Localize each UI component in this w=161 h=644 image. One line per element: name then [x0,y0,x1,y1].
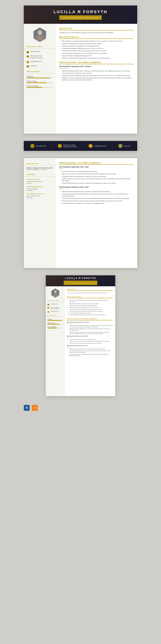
proficiency-title-1: PROFICIENCY [24,69,56,74]
contact-title-1: CONTACT INFO [24,44,56,49]
header-title-small: FILM PRODUCTION SUPERVISOR [67,283,94,284]
list-item: Fulfilled requests for music composers, … [62,178,134,182]
objective-title-1: OBJECTIVE [59,28,134,30]
edu-school: Salt lake City College, San Jose, CA [24,169,56,170]
resume-header-small: LUCILLA R FORSYTH FILM PRODUCTION SUPERV… [46,275,115,286]
strip-email-text: lucilla@jkimail.com [94,145,106,147]
objective-title-small: OBJECTIVE [67,288,113,291]
contact-title-small: CONTACT INFO [46,299,65,302]
resume-body-1: CONTACT INFO 📞 (913) 688-8123 📍 490 Char… [24,24,137,134]
skill-bar-bg-s [48,320,63,321]
skill-label-ps-small: Problem Solving [48,322,63,324]
contact-phone-1: 📞 (913) 688-8123 [24,50,56,54]
pages-button[interactable]: P [32,405,38,411]
list-item: Proficient in using MS Office applicatio… [62,57,134,59]
award-detail-2: Hilton Hotels & Resorts2013-2014 [24,195,56,199]
address-text-1: 490 Charter StreetShawnee, KS 66214 [30,55,43,59]
header-bg [24,6,137,24]
photo-container-small [46,286,65,299]
job-company-2-0: Netflix [59,168,134,170]
header-name-1: LUCILLA R FORSYTH [54,10,108,14]
contact-email-1: ✉ lucilla@jkimail.com [24,60,56,64]
skill-bar-bg-pk [26,87,53,88]
right-col-1: OBJECTIVE To obtain a job as a Film Prod… [56,24,137,134]
skill-bar-bg-pk-s [48,328,63,328]
email-icon-1: ✉ [26,61,29,63]
list-item: Huge knowledge of packaging/filming equi… [69,312,113,314]
resume-body-small: CONTACT INFO 📞 (913) 688-8123 📍 490 Char… [46,286,115,396]
list-item: Communicated status of area operations a… [62,170,134,172]
job-company-small-2: Studio?? [67,346,113,348]
skill-bar-fill-ps [26,82,46,83]
address-icon-small: 📍 [48,307,49,309]
list-item: Maintained production databases and comm… [62,74,134,76]
header-title-bar-1: FILM PRODUCTION SUPERVISOR [59,16,102,20]
strip-divider-3 [112,143,112,149]
word-button[interactable]: W [24,405,30,411]
header-title-1: FILM PRODUCTION SUPERVISOR [62,17,98,19]
skill-ps-small: Problem Solving [46,322,65,325]
list-item: Communicated production personnel issues… [62,197,134,199]
resume-small: LUCILLA R FORSYTH FILM PRODUCTION SUPERV… [46,275,115,396]
strip-address-text: 490 Charter StreetShawnee, KS 66214 [63,144,77,148]
hex-photo-1 [32,28,47,42]
page-wrapper: LUCILLA R FORSYTH FILM PRODUCTION SUPERV… [0,0,161,418]
related-skills-title-1: RELATED SKILLS [59,36,134,39]
award-detail-0: Wyndham Hotels & Resorts2016-2017 [24,181,56,184]
job-company-2-1: Studio?? [59,188,134,190]
photo-container-1 [24,24,56,44]
list-item: Huge knowledge of packaging/filming equi… [62,55,134,57]
left-col-small: CONTACT INFO 📞 (913) 688-8123 📍 490 Char… [46,286,65,396]
job-bullets-1: Supervised editorial sessions when neces… [59,70,134,81]
award-title-1: Outstanding Sales Quota [24,185,56,188]
skill-bar-fill-pk [26,87,42,88]
email-text-small: lucilla@jkimail.com [50,311,59,312]
strip-address: 📍 490 Charter StreetShawnee, KS 66214 [58,144,77,148]
award-title-0: Top Sale of the Year [24,178,56,181]
skill-bar-fill-leadership [26,78,50,78]
job-title-small-2: Film Production Supervisor, 2012 - 2014 [67,345,113,346]
skill-bar-bg-ps [26,82,53,83]
job-title-2-0: Film Production Supervisor, 2014 - 2016 [59,166,134,168]
related-skills-list-small: Wide experience in leading positive empl… [67,300,113,316]
list-item: Maintained a working relationship with f… [62,77,134,81]
right-col-small: OBJECTIVE To obtain a job as a Film Prod… [65,286,115,396]
skill-label-leadership-small: Leadership [48,318,63,320]
contact-website-1: 🌐 lucilla.com [24,64,56,68]
contact-address-1: 📍 490 Charter StreetShawnee, KS 66214 [24,54,56,60]
skill-product-knowledge: Product Knowledge [24,84,56,88]
list-item: Collaborated with other departments to o… [62,175,134,178]
awards-title: AWARDS [24,172,56,176]
svg-point-5 [54,290,56,293]
accomplishments-title-small: PROFESSIONAL ACCOMPLISHMENTS [67,318,113,320]
hex-photo-small [51,288,60,298]
award-title-2: Sales Manager of the Year [24,192,56,195]
strip-website-icon: 🌐 [118,144,122,148]
email-icon-small: ✉ [48,311,49,313]
svg-point-4 [53,294,58,296]
list-item: Proficient in using MS Office applicatio… [69,314,113,316]
skill-bar-fill-pk-s [48,328,57,328]
strip-phone-text: (913) 688-8123 [36,145,46,147]
skill-label-ps: Problem Solving [26,80,53,82]
skill-label-pk-small: Product Knowledge [48,326,63,327]
list-item: Coordinated production staff and technic… [69,350,113,353]
left-col-2: EDUCATION Bachelor's Degree in Theatre A… [24,158,56,268]
website-text-1: lucilla.com [30,65,37,67]
education-title: EDUCATION [24,161,56,166]
job-bullets-small-2: Reported process deviations/issues to pr… [67,348,113,356]
list-item: Collaborated with other departments to o… [69,342,113,344]
skill-bar-bg-ps-s [48,324,63,324]
list-item: Exceptional knowledge of stereoscopic pr… [69,309,113,310]
phone-text-1: (913) 688-8123 [30,51,40,53]
objective-text-small: To obtain a job as a Film Production Sup… [67,292,113,294]
list-item: Reported cost overruns; projected actual… [62,173,134,175]
skill-label-leadership: Leadership [26,76,53,77]
person-svg-1 [35,29,44,40]
contact-strip: 📞 (913) 688-8123 📍 490 Charter StreetSha… [24,141,137,151]
job-title-small-0: Film Production Supervisor, 2016 - Prese… [67,322,113,323]
list-item: Familiar with digital data and systems a… [62,43,134,45]
job-bullets-small-1: Communicated status of area operations a… [67,339,113,344]
contact-phone-small: 📞 (913) 688-8123 [46,303,65,306]
resume-header-1: LUCILLA R FORSYTH FILM PRODUCTION SUPERV… [24,6,137,24]
